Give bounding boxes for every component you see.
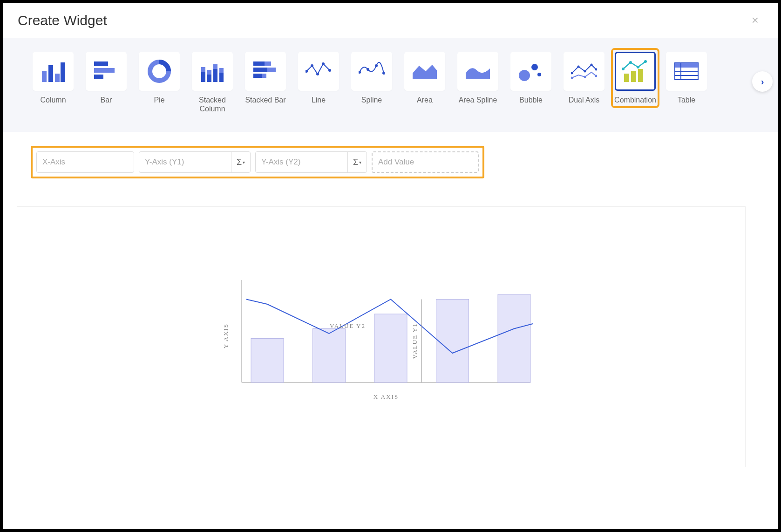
svg-point-32 (519, 70, 530, 81)
svg-rect-9 (201, 67, 205, 72)
svg-rect-51 (675, 63, 698, 68)
combination-chart-icon (615, 52, 656, 91)
svg-point-37 (584, 70, 586, 73)
svg-rect-3 (61, 62, 65, 82)
svg-point-24 (316, 73, 319, 75)
x-axis-field[interactable] (36, 151, 134, 173)
line-chart-icon (298, 52, 339, 91)
chart-type-strip: Column Bar Pie (3, 38, 778, 132)
chart-type-area[interactable]: Area (402, 52, 447, 104)
bar-chart-icon (86, 52, 127, 91)
svg-rect-0 (42, 71, 47, 82)
chart-type-spline[interactable]: Spline (349, 52, 394, 104)
modal-header: Create Widget × (3, 3, 778, 38)
table-chart-icon (666, 52, 707, 91)
caret-down-icon: ▾ (359, 160, 361, 165)
chart-type-line[interactable]: Line (296, 52, 341, 104)
chart-type-table[interactable]: Table (664, 52, 709, 104)
svg-rect-5 (94, 68, 115, 73)
area-spline-chart-icon (457, 52, 498, 91)
svg-rect-59 (374, 314, 407, 382)
chart-type-bar[interactable]: Bar (84, 52, 129, 104)
chevron-right-icon: › (761, 76, 764, 87)
dual-axis-chart-icon (564, 52, 604, 91)
y1-axis-input[interactable] (139, 152, 231, 172)
svg-rect-19 (267, 68, 276, 72)
x-axis-input[interactable] (37, 152, 134, 172)
svg-point-27 (359, 71, 361, 74)
sigma-icon: Σ (237, 157, 242, 167)
svg-rect-45 (638, 69, 643, 82)
modal-title: Create Widget (18, 13, 107, 28)
svg-point-34 (537, 73, 541, 76)
chart-type-combination[interactable]: Combination (613, 50, 658, 106)
svg-rect-58 (312, 329, 345, 383)
svg-rect-13 (213, 64, 217, 69)
svg-point-25 (322, 62, 325, 65)
chart-type-bubble[interactable]: Bubble (509, 52, 553, 104)
chart-type-dual-axis[interactable]: Dual Axis (562, 52, 606, 104)
scroll-right-button[interactable]: › (752, 71, 773, 92)
chart-type-stacked-column[interactable]: Stacked Column (190, 52, 235, 113)
svg-rect-43 (624, 74, 629, 82)
svg-point-26 (328, 69, 331, 72)
area-chart-icon (404, 52, 445, 91)
caret-down-icon: ▾ (243, 160, 245, 165)
stacked-bar-chart-icon (245, 52, 286, 91)
add-value-button[interactable]: Add Value (372, 151, 479, 173)
chart-type-column[interactable]: Column (31, 52, 75, 104)
svg-rect-12 (213, 69, 217, 82)
y2-aggregate-button[interactable]: Σ ▾ (347, 152, 367, 172)
stacked-column-chart-icon (192, 52, 233, 91)
svg-point-23 (311, 64, 313, 67)
column-chart-icon (33, 52, 74, 91)
svg-rect-21 (262, 74, 266, 78)
svg-point-29 (375, 64, 378, 67)
svg-rect-11 (207, 70, 211, 75)
svg-point-38 (591, 64, 593, 66)
axis-config-row: Σ ▾ Σ ▾ Add Value (31, 146, 484, 178)
svg-rect-20 (253, 74, 262, 78)
svg-rect-57 (251, 339, 284, 383)
value-y2-label: VALUE Y2 (329, 322, 365, 329)
svg-point-36 (577, 66, 580, 68)
bubble-chart-icon (510, 52, 551, 91)
y-axis-label: Y AXIS (222, 323, 229, 348)
svg-point-46 (622, 68, 625, 70)
svg-point-33 (531, 64, 538, 70)
svg-point-48 (637, 66, 639, 68)
svg-rect-6 (94, 75, 103, 79)
svg-rect-44 (631, 71, 636, 82)
svg-point-47 (629, 61, 632, 64)
y2-axis-field[interactable]: Σ ▾ (255, 151, 367, 173)
svg-rect-8 (201, 72, 205, 82)
svg-rect-2 (55, 74, 60, 82)
svg-marker-31 (413, 65, 437, 79)
chart-preview: Y AXIS X AXIS VALUE Y2 VALUE Y1 (214, 266, 549, 408)
svg-point-41 (584, 76, 586, 78)
y1-aggregate-button[interactable]: Σ ▾ (231, 152, 250, 172)
svg-rect-10 (207, 75, 211, 82)
chart-type-stacked-bar[interactable]: Stacked Bar (243, 52, 288, 104)
svg-rect-18 (253, 68, 267, 72)
create-widget-modal: Create Widget × Column (0, 0, 781, 532)
svg-rect-16 (253, 61, 265, 66)
sigma-icon: Σ (353, 157, 358, 167)
y1-axis-field[interactable]: Σ ▾ (139, 151, 251, 173)
svg-rect-14 (219, 73, 224, 82)
y2-axis-input[interactable] (256, 152, 347, 172)
svg-rect-4 (94, 61, 108, 66)
svg-point-49 (644, 60, 647, 63)
chart-type-pie[interactable]: Pie (137, 52, 182, 104)
close-button[interactable]: × (747, 11, 763, 29)
svg-point-28 (367, 68, 369, 71)
chart-type-area-spline[interactable]: Area Spline (455, 52, 500, 104)
pie-chart-icon (139, 52, 180, 91)
x-axis-label: X AXIS (373, 393, 398, 400)
svg-rect-60 (436, 300, 469, 383)
chart-preview-panel: Y AXIS X AXIS VALUE Y2 VALUE Y1 (17, 206, 746, 467)
spline-chart-icon (351, 52, 392, 91)
svg-rect-15 (219, 68, 224, 73)
value-y1-label: VALUE Y1 (411, 323, 418, 359)
svg-rect-1 (48, 65, 53, 82)
